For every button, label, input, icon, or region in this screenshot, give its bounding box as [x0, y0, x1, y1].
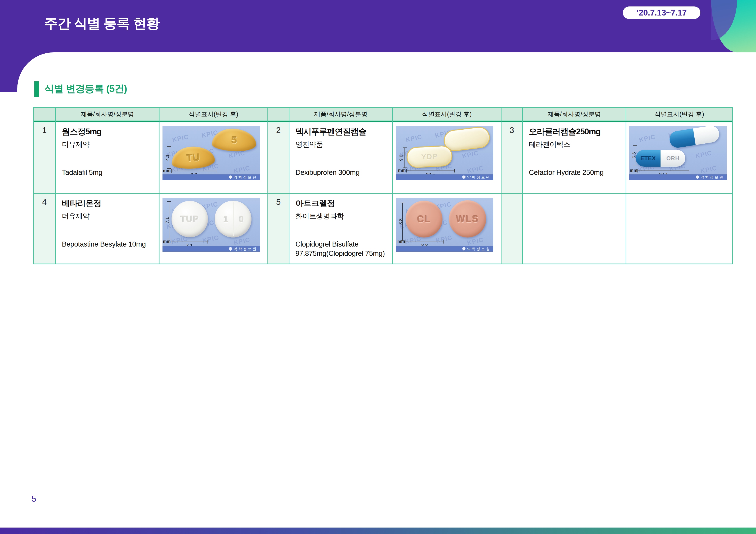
pill-imprint: TU — [186, 151, 200, 164]
row-number: 2 — [268, 122, 289, 193]
kpic-watermark: KPIC — [638, 133, 656, 143]
pill-imprint: 0 — [239, 214, 244, 224]
column-header-blank — [268, 108, 289, 122]
pill-photo-cell: KPICKPICKPICKPICKPICKPICKPICKPICKPICETEX… — [626, 122, 732, 193]
pill-shape: WLS — [449, 200, 486, 238]
measure-line-horizontal — [171, 242, 208, 242]
measure-line-horizontal — [406, 170, 455, 171]
row-number: 5 — [268, 194, 289, 264]
shield-icon — [462, 175, 466, 179]
product-name: 베타리온정 — [62, 198, 154, 209]
photo-source-bar: 약학정보원 — [629, 174, 727, 180]
pill-imprint: 5 — [231, 134, 237, 146]
drug-info-cell: 덱시푸루펜연질캡슐 영진약품 Dexibuprofen 300mg — [289, 122, 392, 193]
ingredient-name: Clopidogrel Bisulfate 97.875mg(Clopidogr… — [295, 240, 388, 258]
measure-unit: mm — [630, 168, 637, 173]
drug-info-cell: 웝스정5mg 더유제약 Tadalafil 5mg — [56, 122, 159, 193]
pill-photo-cell: KPICKPICKPICKPICKPICKPICKPICKPICKPICYDP9… — [393, 122, 501, 193]
drug-info-cell-empty — [523, 194, 626, 264]
pill-shape — [668, 126, 720, 149]
column-header-mark: 식별표시(변경 후) — [626, 108, 732, 122]
photo-source-bar: 약학정보원 — [162, 174, 260, 180]
capsule-body: ORH — [661, 150, 685, 167]
drug-table: 제품/회사명/성분명 식별표시(변경 후) 제품/회사명/성분명 식별표시(변경… — [33, 107, 733, 264]
pill-imprint: WLS — [456, 214, 479, 224]
photo-source-label: 약학정보원 — [700, 175, 724, 180]
row-number: 1 — [34, 122, 55, 193]
photo-source-label: 약학정보원 — [233, 246, 257, 251]
photo-source-bar: 약학정보원 — [396, 174, 493, 180]
product-name: 덱시푸루펜연질캡슐 — [295, 126, 388, 137]
pill-imprint: TUP — [180, 214, 199, 224]
pill-imprint: YDP — [421, 152, 438, 161]
ingredient-name: Cefaclor Hydrate 250mg — [529, 168, 621, 177]
measure-unit: mm — [398, 168, 406, 173]
column-header-blank — [501, 108, 522, 122]
measure-value-vertical: 4.1 — [163, 153, 172, 162]
company-name: 테라젠이텍스 — [529, 140, 621, 149]
measure-line-horizontal — [406, 242, 444, 242]
kpic-watermark: KPIC — [700, 164, 717, 175]
pill-shape: YDP — [406, 145, 453, 168]
measure-unit: mm — [163, 239, 171, 244]
kpic-watermark: KPIC — [466, 164, 484, 175]
footer-gradient-bar — [0, 527, 756, 534]
company-name: 더유제약 — [62, 212, 154, 221]
drug-info-cell: 베타리온정 더유제약 Bepotastine Besylate 10mg — [56, 194, 159, 264]
measure-tick — [633, 145, 637, 145]
slide-page: 주간 식별 등록 현황 ‘20.7.13~7.17 식별 변경등록 (5건) 제… — [0, 0, 756, 534]
shield-icon — [229, 247, 232, 251]
pill-photo-cell: KPICKPICKPICKPICKPICKPICKPICKPICKPICTUP1… — [159, 194, 267, 264]
kpic-watermark: KPIC — [405, 133, 423, 143]
measure-line-horizontal — [637, 170, 689, 171]
section-title: 식별 변경등록 (5건) — [44, 82, 127, 95]
row-number-empty — [501, 194, 522, 264]
column-header-blank — [34, 108, 55, 122]
pill-shape: 10 — [215, 201, 252, 238]
column-header-mark: 식별표시(변경 후) — [393, 108, 501, 122]
pill-imprint: CL — [417, 214, 431, 225]
kpic-watermark: KPIC — [462, 149, 479, 160]
shield-icon — [462, 247, 466, 251]
pill-photo: KPICKPICKPICKPICKPICKPICKPICKPICKPICTUP1… — [162, 198, 260, 252]
measure-tick — [167, 146, 171, 147]
column-header-product: 제품/회사명/성분명 — [523, 108, 626, 122]
photo-source-bar: 약학정보원 — [162, 246, 260, 252]
row-number: 3 — [501, 122, 522, 193]
score-line — [233, 202, 233, 236]
pill-photo: KPICKPICKPICKPICKPICKPICKPICKPICKPICCLWL… — [396, 198, 493, 252]
kpic-watermark: KPIC — [172, 133, 189, 143]
kpic-watermark: KPIC — [466, 236, 484, 246]
measure-unit: mm — [397, 239, 405, 244]
column-header-product: 제품/회사명/성분명 — [56, 108, 159, 122]
column-header-product: 제품/회사명/성분명 — [289, 108, 392, 122]
pill-photo: KPICKPICKPICKPICKPICKPICKPICKPICKPICYDP9… — [396, 126, 493, 180]
drug-info-cell: 오라클러캡슐250mg 테라젠이텍스 Cefaclor Hydrate 250m… — [523, 122, 626, 193]
pill-shape: TUP — [172, 201, 208, 237]
photo-source-label: 약학정보원 — [467, 175, 491, 180]
measure-value-vertical: 6.6 — [630, 151, 638, 160]
pill-photo-cell: KPICKPICKPICKPICKPICKPICKPICKPICKPICTU54… — [159, 122, 267, 193]
date-badge: ‘20.7.13~7.17 — [623, 7, 700, 19]
measure-value-vertical: 9.0 — [397, 154, 405, 162]
pill-shape: 5 — [212, 128, 257, 152]
pill-photo-cell: KPICKPICKPICKPICKPICKPICKPICKPICKPICCLWL… — [393, 194, 501, 264]
shield-icon — [696, 175, 699, 179]
row-number: 4 — [34, 194, 55, 264]
product-name: 오라클러캡슐250mg — [529, 126, 621, 137]
measure-tick — [167, 201, 171, 202]
pill-imprint: ETEX — [640, 155, 656, 162]
column-header-mark: 식별표시(변경 후) — [159, 108, 267, 122]
pill-imprint: ORH — [666, 155, 680, 162]
photo-source-bar: 약학정보원 — [396, 246, 493, 252]
measure-tick — [403, 147, 407, 148]
page-title: 주간 식별 등록 현황 — [44, 14, 159, 33]
measure-tick — [401, 203, 405, 203]
pill-shape: ETEXORH — [636, 150, 685, 167]
kpic-watermark: KPIC — [233, 236, 251, 246]
pill-photo-cell-empty — [626, 194, 732, 264]
page-number: 5 — [32, 494, 36, 504]
company-name: 화이트생명과학 — [295, 212, 388, 221]
pill-imprint: 1 — [224, 214, 229, 224]
company-name: 더유제약 — [62, 140, 154, 149]
